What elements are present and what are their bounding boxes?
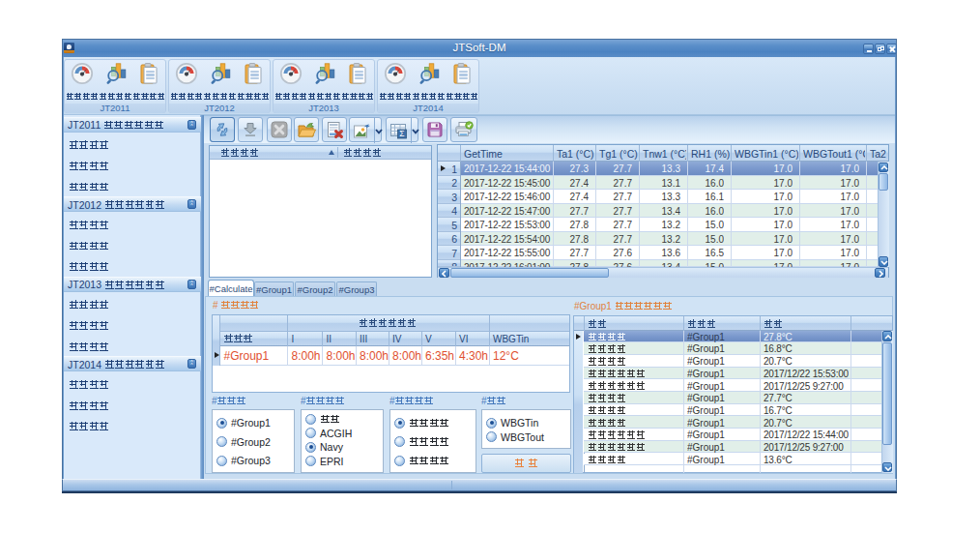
svg-text:Σ: Σ: [400, 129, 405, 138]
